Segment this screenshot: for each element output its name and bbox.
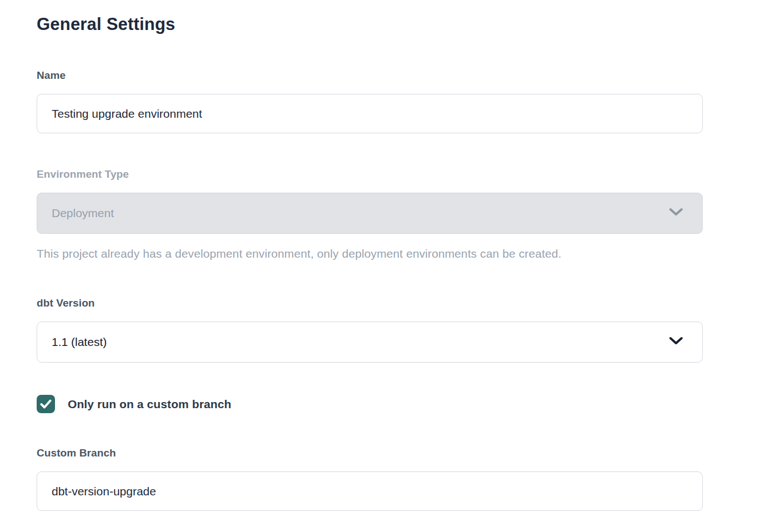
environment-type-help-text: This project already has a development e… [37, 247, 703, 260]
dbt-version-select[interactable]: 1.1 (latest) [37, 322, 703, 363]
environment-type-select: Deployment [37, 193, 703, 234]
chevron-down-icon [669, 207, 683, 220]
custom-branch-field-group: Custom Branch [37, 447, 703, 511]
dbt-version-label: dbt Version [37, 297, 703, 309]
dbt-version-value: 1.1 (latest) [52, 335, 107, 349]
custom-branch-toggle-row: Only run on a custom branch [37, 395, 703, 413]
custom-branch-label: Custom Branch [37, 447, 703, 459]
general-settings-panel: General Settings Name Environment Type D… [0, 0, 703, 511]
custom-branch-input[interactable] [37, 471, 703, 511]
page-title: General Settings [37, 14, 703, 34]
name-field-group: Name [37, 69, 703, 133]
environment-type-value: Deployment [52, 207, 114, 220]
chevron-down-icon [669, 335, 683, 349]
environment-type-label: Environment Type [37, 168, 703, 180]
name-input[interactable] [37, 94, 703, 133]
name-label: Name [37, 69, 703, 82]
custom-branch-checkbox[interactable] [37, 395, 55, 413]
checkmark-icon [40, 399, 52, 409]
dbt-version-field-group: dbt Version 1.1 (latest) [37, 297, 703, 363]
custom-branch-toggle-label[interactable]: Only run on a custom branch [68, 398, 231, 411]
environment-type-field-group: Environment Type Deployment This project… [37, 168, 703, 260]
